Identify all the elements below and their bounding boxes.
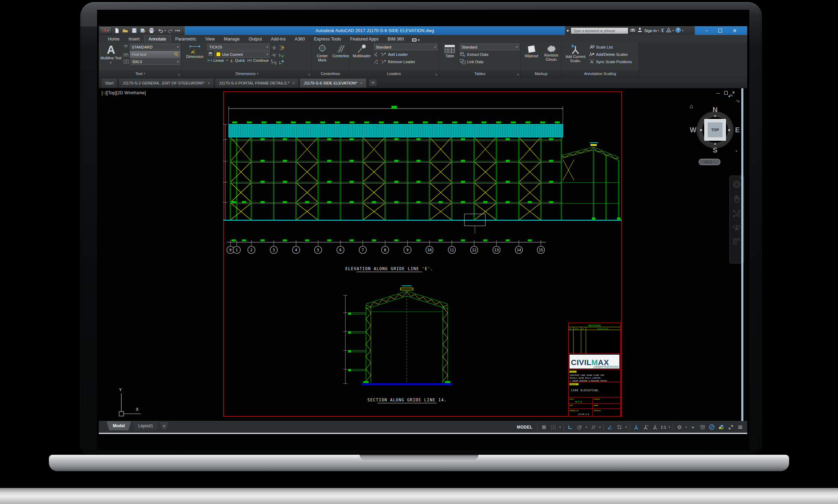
isodraft-dropdown-icon[interactable]: ▾: [598, 426, 602, 429]
showmotion-icon[interactable]: [733, 238, 741, 246]
search-icon[interactable]: [630, 27, 635, 34]
infocenter-collapse-icon[interactable]: ▶: [567, 29, 569, 32]
clean-screen-icon[interactable]: [726, 423, 735, 431]
steering-wheel-icon[interactable]: [733, 180, 741, 190]
zoom-extents-icon[interactable]: [733, 209, 741, 219]
annotation-visibility-icon[interactable]: [632, 423, 640, 431]
object-snap-tracking-icon[interactable]: [605, 423, 614, 431]
redo-dropdown-icon[interactable]: ▾: [175, 29, 176, 32]
panel-launcher-icon[interactable]: ↘: [177, 73, 180, 76]
ortho-mode-icon[interactable]: [566, 423, 574, 431]
drawing-close-icon[interactable]: ✕: [732, 90, 735, 95]
dim-update-icon[interactable]: [278, 52, 285, 59]
open-file-icon[interactable]: [122, 27, 129, 34]
viewcube-top-face[interactable]: TOP: [707, 122, 723, 138]
panel-footer-annotation-scaling[interactable]: Annotation Scaling: [561, 70, 639, 77]
file-tab[interactable]: J1170-S-6 SIDE ELEVATION*×: [300, 78, 367, 88]
add-current-scale-button[interactable]: Add Current Scale ▾: [563, 44, 588, 70]
close-tab-icon[interactable]: ×: [293, 81, 295, 85]
drawing-minimize-icon[interactable]: —: [716, 91, 720, 95]
qat-customize-icon[interactable]: ≡▾: [176, 29, 180, 32]
layout1-tab[interactable]: Layout1: [132, 421, 160, 430]
viewcube[interactable]: N W E S ▼ ▶ ◀ ▲ TOP ⌂ ↶ ↷ ▼ WCS▾: [689, 94, 745, 168]
centerline-button[interactable]: Centerline: [332, 44, 350, 70]
snap-dropdown-icon[interactable]: ▾: [558, 426, 562, 429]
customization-plus-icon[interactable]: +: [689, 423, 697, 431]
dimension-button[interactable]: Dimension: [183, 44, 206, 70]
add-delete-scales-button[interactable]: Add/Delete Scales: [589, 51, 637, 58]
redo-icon[interactable]: [167, 27, 175, 34]
drawing-canvas[interactable]: [−][Top][2D Wireframe]: [99, 88, 747, 421]
ribbon-tab-parametric[interactable]: Parametric: [171, 36, 200, 43]
annotation-scale-value[interactable]: 1:1: [660, 425, 667, 429]
object-snap-dropdown-icon[interactable]: ▾: [624, 426, 628, 429]
status-menu-icon[interactable]: [736, 423, 744, 431]
panel-footer-text[interactable]: Text▾↘: [99, 70, 182, 77]
a360-icon[interactable]: [666, 28, 671, 34]
table-style-select[interactable]: Standard▾: [460, 44, 519, 50]
restore-button[interactable]: [718, 29, 722, 32]
dim-layer-select[interactable]: Use Current▾: [214, 51, 270, 58]
file-tab[interactable]: Start: [101, 78, 118, 88]
text-style-select[interactable]: STANDARD▾: [130, 44, 180, 50]
multiline-text-button[interactable]: A Multiline Text ▾: [100, 44, 122, 70]
wcs-selector[interactable]: WCS▾: [699, 159, 720, 165]
table-button[interactable]: Table: [441, 44, 459, 70]
new-drawing-tab-button[interactable]: +: [369, 79, 377, 86]
revision-cloud-button[interactable]: Revision Cloud ▾: [542, 44, 561, 70]
polar-dropdown-icon[interactable]: ▾: [585, 426, 588, 429]
plot-status-icon[interactable]: [717, 423, 726, 431]
text-height-select[interactable]: 500.0▾: [131, 58, 180, 65]
pan-hand-icon[interactable]: [733, 195, 741, 205]
mleader-style-select[interactable]: Standard▾: [374, 44, 438, 50]
ribbon-tab-featured-apps[interactable]: Featured Apps: [346, 36, 383, 43]
multileader-button[interactable]: Multileader: [351, 44, 373, 70]
ribbon-tab-view[interactable]: View: [201, 36, 219, 43]
snap-mode-icon[interactable]: [549, 423, 558, 431]
panel-footer-markup[interactable]: Markup: [521, 70, 561, 77]
save-icon[interactable]: [130, 27, 138, 34]
dim-reassociate-icon[interactable]: [278, 59, 285, 66]
isodraft-icon[interactable]: [589, 423, 597, 431]
drawing-restore-icon[interactable]: [724, 91, 728, 95]
panel-footer-tables[interactable]: Tables↘: [439, 70, 521, 77]
ribbon-tab-bim-360[interactable]: BIM 360: [383, 36, 408, 43]
ribbon-tab-add-ins[interactable]: Add-ins: [267, 36, 290, 43]
viewcube-rotate-cw-icon[interactable]: ↷: [736, 99, 740, 104]
remove-leader-button[interactable]: Remove Leader: [374, 58, 438, 65]
dim-jog-icon[interactable]: [271, 52, 278, 59]
new-file-icon[interactable]: [113, 27, 120, 34]
canvas-right-scrollbar[interactable]: [741, 88, 743, 421]
sign-in-dropdown-icon[interactable]: ▾: [658, 29, 659, 32]
orbit-icon[interactable]: [732, 224, 741, 233]
link-data-button[interactable]: Link Data: [460, 58, 519, 65]
new-layout-button[interactable]: +: [160, 422, 168, 430]
panel-footer-centerlines[interactable]: Centerlines: [312, 70, 349, 77]
dim-adjust-space-icon[interactable]: [278, 44, 285, 51]
find-text-input[interactable]: Find text: [130, 51, 180, 58]
viewcube-arrow-south[interactable]: ▲: [714, 142, 717, 145]
polar-tracking-icon[interactable]: [575, 423, 584, 431]
search-input[interactable]: [571, 28, 628, 34]
panel-footer-dimensions[interactable]: Dimensions▾↘: [182, 70, 312, 77]
close-button[interactable]: ✕: [733, 28, 737, 33]
center-mark-button[interactable]: Center Mark: [314, 44, 331, 70]
viewcube-arrow-east[interactable]: ◀: [728, 128, 730, 132]
viewcube-north[interactable]: N: [713, 106, 718, 114]
wipeout-button[interactable]: Wipeout: [522, 44, 541, 70]
ribbon-tab-insert[interactable]: Insert: [124, 36, 144, 43]
workspace-gear-icon[interactable]: [675, 423, 684, 431]
quick-view-icon[interactable]: [698, 423, 707, 431]
quick-dim-button[interactable]: Quick: [230, 58, 245, 62]
save-as-icon[interactable]: [139, 27, 147, 34]
close-tab-icon[interactable]: ×: [360, 81, 362, 85]
graphics-performance-icon[interactable]: [707, 423, 716, 431]
annotation-scale-icon[interactable]: [650, 423, 659, 431]
workspace-dropdown-icon[interactable]: ▾: [684, 426, 688, 429]
exchange-apps-icon[interactable]: X: [661, 28, 664, 34]
panel-launcher-icon[interactable]: ↘: [308, 73, 310, 76]
extract-data-button[interactable]: Extract Data: [460, 51, 519, 58]
sign-in-button[interactable]: Sign In: [644, 29, 657, 33]
panel-launcher-icon[interactable]: ↘: [516, 73, 519, 76]
autocad-logo-button[interactable]: A▾: [100, 27, 112, 35]
